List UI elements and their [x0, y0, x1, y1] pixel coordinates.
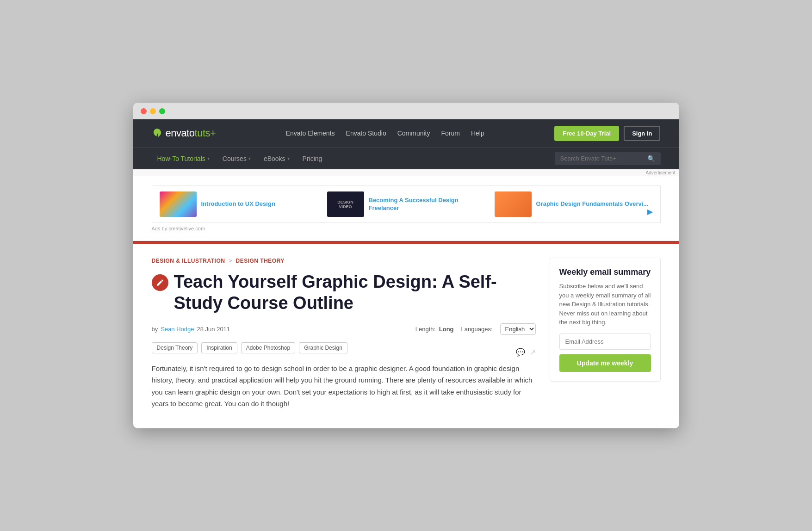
- logo-leaf-icon: [152, 128, 163, 139]
- sidebar: Weekly email summary Subscribe below and…: [550, 258, 661, 409]
- sign-in-button[interactable]: Sign In: [624, 126, 660, 141]
- article-meta-right: Length: Long Languages: English: [415, 323, 536, 335]
- nav-item-pricing[interactable]: Pricing: [297, 148, 328, 170]
- advertisement-label: Advertisement: [133, 169, 679, 176]
- ad-thumb-fundamentals: [495, 191, 532, 217]
- nav-link-community[interactable]: Community: [397, 130, 430, 137]
- widget-desc: Subscribe below and we'll send you a wee…: [559, 282, 651, 327]
- search-input[interactable]: [560, 155, 644, 162]
- language-select[interactable]: English: [500, 323, 536, 335]
- nav-item-how-to-tutorials[interactable]: How-To Tutorials ▾: [152, 148, 215, 170]
- main-content: Design & Illustration > Design Theory Te…: [133, 244, 679, 428]
- nav-item-ebooks[interactable]: eBooks ▾: [258, 148, 295, 170]
- dot-yellow[interactable]: [150, 108, 156, 114]
- email-input[interactable]: [559, 333, 651, 350]
- logo[interactable]: envatotuts+: [152, 127, 216, 139]
- top-nav-links: Envato Elements Envato Studio Community …: [286, 130, 484, 137]
- browser-window: envatotuts+ Envato Elements Envato Studi…: [133, 103, 679, 428]
- article-content: Design & Illustration > Design Theory Te…: [152, 258, 536, 409]
- article-type-icon: [152, 274, 168, 291]
- breadcrumb-parent[interactable]: Design & Illustration: [152, 258, 225, 264]
- ad-thumb-ux: [160, 191, 197, 217]
- share-icon[interactable]: ↗: [530, 348, 536, 357]
- article-title: Teach Yourself Graphic Design: A Self-St…: [174, 272, 536, 314]
- comment-icon[interactable]: 💬: [516, 348, 525, 357]
- length-label: Length: Long: [415, 326, 454, 333]
- logo-text: envatotuts+: [166, 127, 216, 139]
- tags-row: Design Theory Inspiration Adobe Photosho…: [152, 342, 536, 363]
- ad-inner: Introduction to UX Design DESIGNVIDEO Be…: [152, 185, 661, 223]
- author-link[interactable]: Sean Hodge: [161, 326, 194, 333]
- ad-footer: Ads by creativelive.com: [152, 226, 661, 231]
- ad-thumb-freelancer: DESIGNVIDEO: [327, 191, 364, 217]
- pencil-icon: [156, 278, 164, 287]
- search-box: 🔍: [555, 152, 661, 165]
- languages-label: Languages:: [461, 326, 493, 333]
- ebooks-chevron-icon: ▾: [287, 156, 290, 161]
- top-nav-buttons: Free 10-Day Trial Sign In: [554, 126, 660, 141]
- free-trial-button[interactable]: Free 10-Day Trial: [554, 126, 619, 141]
- ad-title-fundamentals: Graphic Design Fundamentals Overvi...: [536, 200, 649, 208]
- breadcrumb-separator: >: [229, 258, 232, 264]
- ad-item-fundamentals[interactable]: Graphic Design Fundamentals Overvi...: [495, 191, 653, 217]
- article-meta: by Sean Hodge 28 Jun 2011 Length: Long L…: [152, 323, 536, 335]
- search-icon: 🔍: [647, 155, 655, 162]
- ad-title-freelancer: Becoming A Successful Design Freelancer: [369, 197, 485, 212]
- ad-title-ux: Introduction to UX Design: [201, 200, 275, 208]
- browser-chrome: [133, 103, 679, 119]
- email-widget: Weekly email summary Subscribe below and…: [550, 258, 661, 382]
- update-me-button[interactable]: Update me weekly: [559, 354, 651, 372]
- secondary-nav-left: How-To Tutorials ▾ Courses ▾ eBooks ▾ Pr…: [152, 148, 328, 170]
- browser-dots: [141, 108, 672, 114]
- widget-title: Weekly email summary: [559, 267, 651, 277]
- how-to-tutorials-chevron-icon: ▾: [207, 156, 210, 161]
- nav-item-courses[interactable]: Courses ▾: [217, 148, 256, 170]
- tag-graphic-design[interactable]: Graphic Design: [299, 342, 347, 353]
- nav-link-forum[interactable]: Forum: [441, 130, 460, 137]
- social-icons: 💬 ↗: [516, 348, 536, 357]
- nav-link-envato-elements[interactable]: Envato Elements: [286, 130, 335, 137]
- by-label: by: [152, 326, 158, 333]
- article-body: Fortunately, it isn't required to go to …: [152, 363, 536, 410]
- breadcrumb: Design & Illustration > Design Theory: [152, 258, 536, 264]
- breadcrumb-child[interactable]: Design Theory: [236, 258, 284, 264]
- nav-link-help[interactable]: Help: [471, 130, 484, 137]
- top-nav: envatotuts+ Envato Elements Envato Studi…: [133, 119, 679, 147]
- tag-adobe-photoshop[interactable]: Adobe Photoshop: [241, 342, 295, 353]
- ad-arrow-icon: ▶: [647, 207, 653, 216]
- ad-item-ux[interactable]: Introduction to UX Design: [160, 191, 318, 217]
- tags-list: Design Theory Inspiration Adobe Photosho…: [152, 342, 347, 353]
- article-meta-left: by Sean Hodge 28 Jun 2011: [152, 326, 230, 333]
- dot-green[interactable]: [159, 108, 165, 114]
- secondary-nav: How-To Tutorials ▾ Courses ▾ eBooks ▾ Pr…: [133, 147, 679, 169]
- article-date: 28 Jun 2011: [197, 326, 230, 333]
- nav-link-envato-studio[interactable]: Envato Studio: [346, 130, 386, 137]
- ad-banner: Introduction to UX Design DESIGNVIDEO Be…: [133, 176, 679, 241]
- ad-item-freelancer[interactable]: DESIGNVIDEO Becoming A Successful Design…: [327, 191, 485, 217]
- courses-chevron-icon: ▾: [248, 156, 251, 161]
- tag-inspiration[interactable]: Inspiration: [201, 342, 237, 353]
- article-title-row: Teach Yourself Graphic Design: A Self-St…: [152, 272, 536, 314]
- dot-red[interactable]: [141, 108, 147, 114]
- tag-design-theory[interactable]: Design Theory: [152, 342, 198, 353]
